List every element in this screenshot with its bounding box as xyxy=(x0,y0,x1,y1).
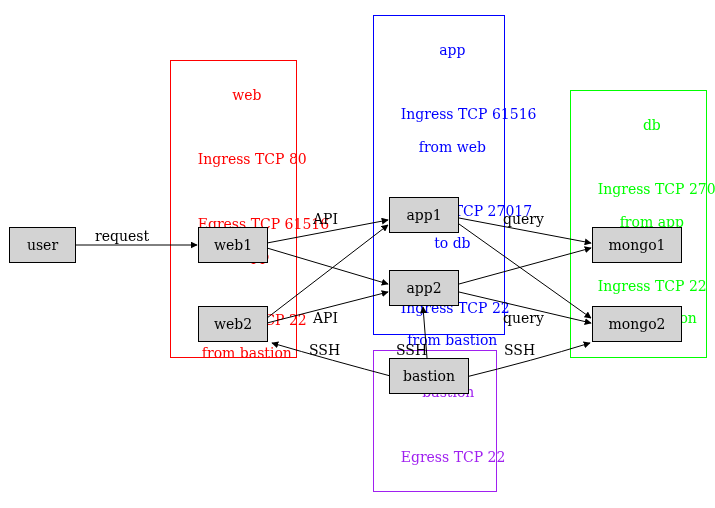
node-app2-label: app2 xyxy=(406,280,441,296)
node-bastion-label: bastion xyxy=(403,368,455,384)
node-web2: web2 xyxy=(198,306,268,342)
node-app1: app1 xyxy=(389,197,459,233)
edge-label-ssh-db: SSH xyxy=(504,342,535,358)
edge-label-api-2: API xyxy=(313,310,338,326)
edge-label-ssh-app: SSH xyxy=(396,342,427,358)
edge-label-request: request xyxy=(95,228,149,244)
node-user-label: user xyxy=(27,237,58,253)
node-web1-label: web1 xyxy=(214,237,252,253)
node-mongo2-label: mongo2 xyxy=(608,316,665,332)
edge-label-ssh-web: SSH xyxy=(309,342,340,358)
node-app1-label: app1 xyxy=(406,207,441,223)
node-user: user xyxy=(9,227,76,263)
node-app2: app2 xyxy=(389,270,459,306)
cluster-web-rule-0: Ingress TCP 80 xyxy=(198,151,307,167)
node-mongo1-label: mongo1 xyxy=(608,237,665,253)
edge-label-query-1: query xyxy=(503,211,544,227)
node-bastion: bastion xyxy=(389,358,469,394)
node-mongo1: mongo1 xyxy=(592,227,682,263)
diagram-canvas: web Ingress TCP 80 Egress TCP 61516 to a… xyxy=(0,0,715,508)
node-web2-label: web2 xyxy=(214,316,252,332)
node-mongo2: mongo2 xyxy=(592,306,682,342)
cluster-db-rule-3: Ingress TCP 22 xyxy=(598,278,707,294)
cluster-web-title: web xyxy=(232,87,261,103)
cluster-db-title: db xyxy=(643,117,661,133)
cluster-app-rule-0: Ingress TCP 61516 xyxy=(401,106,537,122)
cluster-app-rule-4: to db xyxy=(434,235,470,251)
edge-label-api-1: API xyxy=(313,211,338,227)
cluster-bastion-rule-0: Egress TCP 22 xyxy=(401,449,506,465)
cluster-web-rule-6: from bastion xyxy=(202,345,292,361)
cluster-app-title: app xyxy=(439,42,465,58)
cluster-db-rule-0: Ingress TCP 27017 xyxy=(598,181,715,197)
edge-label-query-2: query xyxy=(503,310,544,326)
node-web1: web1 xyxy=(198,227,268,263)
cluster-app-rule-1: from web xyxy=(419,139,486,155)
